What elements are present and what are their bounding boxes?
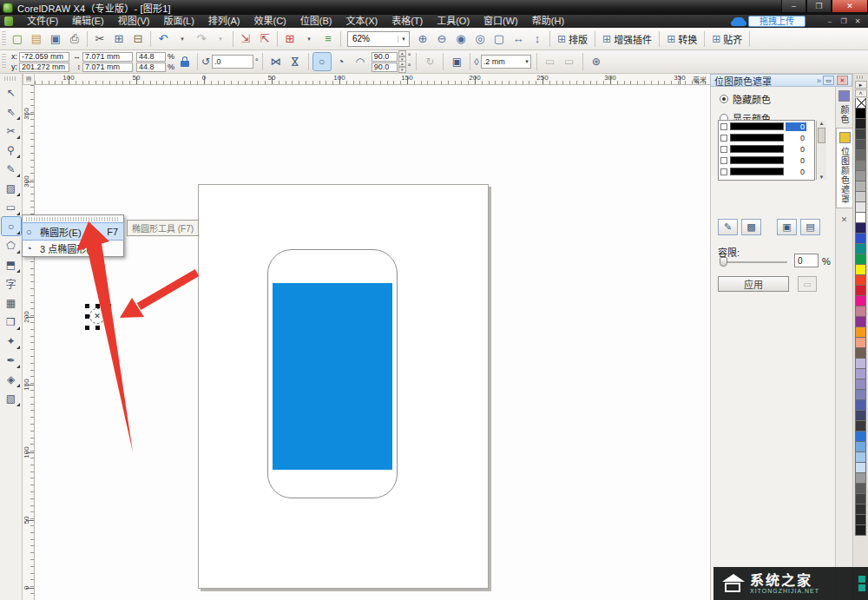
color-swatch[interactable] (855, 504, 866, 515)
table-tool[interactable]: ▦ (2, 293, 21, 312)
smart-fill-tool[interactable]: ▨ (2, 179, 21, 197)
vertical-ruler[interactable]: 350300250200150100500 (23, 85, 35, 600)
slider-thumb[interactable] (720, 257, 727, 267)
enhanced-plugins-button[interactable]: ⊞增强插件 (598, 30, 656, 48)
convert-button[interactable]: ⊞转换 (662, 30, 701, 48)
mask-checkbox[interactable] (720, 123, 727, 130)
change-direction-button[interactable]: ↻ (421, 53, 438, 70)
color-swatch[interactable] (855, 119, 866, 129)
zoom-selected-button[interactable]: ◉ (452, 30, 470, 48)
end-angle-field[interactable]: 90.0 (372, 63, 398, 72)
menu-item-bitmaps[interactable]: 位图(B) (293, 15, 339, 28)
ruler-origin-button[interactable]: ▤ (23, 74, 35, 85)
selection-handle[interactable] (85, 304, 89, 308)
polygon-tool[interactable]: ⬠ (2, 236, 21, 254)
hide-colors-radio[interactable]: 隐藏颜色 (720, 92, 835, 106)
mask-color-row[interactable]: 0 (719, 132, 814, 143)
mdi-restore-button[interactable]: ❐ (837, 16, 851, 27)
delete-mask-button[interactable]: ▭ (798, 276, 817, 292)
freehand-tool[interactable]: ✎ (2, 160, 21, 178)
color-swatch[interactable] (855, 202, 866, 213)
menu-item-tools[interactable]: 工具(O) (430, 15, 477, 28)
color-swatch[interactable] (855, 338, 866, 348)
drag-upload-button[interactable]: 拖拽上传 (748, 16, 806, 27)
launcher-options-button[interactable]: ▾ (300, 30, 318, 48)
print-button[interactable]: ⎙ (66, 30, 83, 48)
color-swatch[interactable] (855, 171, 866, 181)
color-swatch[interactable] (855, 161, 866, 171)
flyout-item-ellipse-3-point[interactable]: ◔3 点椭圆形(3) (23, 240, 123, 256)
paste-button[interactable]: ⊟ (129, 30, 147, 48)
color-swatch[interactable] (855, 452, 866, 463)
menu-item-file[interactable]: 文件(F) (20, 15, 65, 28)
pick-tool[interactable]: ↖ (2, 83, 21, 102)
zoom-in-button[interactable]: ⊕ (414, 30, 431, 48)
zoom-page-width-button[interactable]: ↔ (510, 30, 527, 48)
typesetting-button[interactable]: ⊞排版 (553, 30, 592, 48)
mask-checkbox[interactable] (720, 135, 727, 142)
text-tool[interactable]: 字 (2, 274, 21, 293)
selection-handle[interactable] (85, 314, 89, 319)
mask-checkbox[interactable] (720, 168, 727, 175)
color-swatch[interactable] (855, 265, 866, 275)
convert-outline-button[interactable]: ▭ (561, 53, 578, 70)
mask-color-row[interactable]: 0 (719, 166, 814, 177)
import-button[interactable]: ⇲ (237, 30, 254, 48)
spin-down-icon[interactable]: ▾ (398, 67, 406, 73)
new-document-button[interactable]: ▢ (9, 30, 26, 48)
menu-item-effects[interactable]: 效果(C) (247, 15, 293, 28)
mask-color-row[interactable]: 0 (719, 155, 814, 166)
tab-color-docker[interactable]: 颜色 (836, 87, 852, 128)
basic-shapes-tool[interactable]: ⬒ (2, 255, 21, 274)
color-swatch[interactable] (855, 223, 866, 234)
mask-color-row[interactable]: 0 (719, 143, 814, 155)
redo-options-button[interactable]: ▾ (212, 30, 229, 48)
object-properties-button[interactable]: ⊛ (588, 53, 605, 70)
color-swatch[interactable] (855, 129, 866, 140)
options-button[interactable]: ≡ (319, 30, 337, 48)
menu-item-help[interactable]: 帮助(H) (525, 15, 571, 28)
color-swatch[interactable] (855, 150, 866, 161)
scroll-down-icon[interactable]: ▼ (817, 175, 826, 180)
color-swatch[interactable] (855, 181, 866, 192)
mdi-minimize-button[interactable]: – (823, 16, 837, 27)
selection-handle[interactable] (107, 326, 111, 330)
snap-button[interactable]: ⊞贴齐 (707, 30, 746, 48)
outline-width-combo[interactable]: .2 mm ▾ (481, 55, 531, 69)
close-button[interactable]: ✕ (832, 0, 868, 13)
color-swatch[interactable] (855, 327, 866, 338)
apply-button[interactable]: 应用 (718, 276, 789, 292)
menu-item-arrange[interactable]: 排列(A) (201, 15, 247, 28)
color-swatch[interactable] (855, 484, 866, 494)
scroll-thumb[interactable] (818, 128, 825, 143)
maximize-button[interactable]: ❐ (806, 0, 832, 13)
horizontal-ruler[interactable]: 毫米 10050050100150200250300350 (35, 74, 710, 85)
interactive-fill-tool[interactable]: ▧ (2, 389, 21, 407)
color-picker-button[interactable]: ✎ (718, 219, 738, 235)
zoom-page-height-button[interactable]: ↕ (529, 30, 546, 48)
wrap-text-button[interactable]: ▣ (448, 53, 465, 70)
open-mask-button[interactable]: ▤ (800, 219, 820, 235)
chevron-down-icon[interactable]: ▾ (398, 36, 409, 43)
selection-handle[interactable] (95, 326, 100, 330)
blend-tool[interactable]: ❒ (2, 313, 21, 331)
zoom-page-button[interactable]: ▢ (490, 30, 508, 48)
spin-up-icon[interactable]: ▴ (398, 61, 406, 67)
zoom-all-objects-button[interactable]: ◎ (471, 30, 489, 48)
shape-tool[interactable]: ⇖ (2, 102, 21, 121)
scale-x-field[interactable]: 44.8 (136, 52, 166, 62)
y-position-field[interactable]: 201.272 mm (19, 63, 69, 72)
menu-item-text[interactable]: 文本(X) (339, 15, 385, 28)
lock-ratio-button[interactable] (178, 54, 192, 69)
export-button[interactable]: ⇱ (256, 30, 273, 48)
mask-color-row[interactable]: 0 (719, 121, 814, 132)
color-swatch[interactable] (855, 213, 866, 223)
selection-handle[interactable] (107, 314, 111, 319)
spin-up-icon[interactable]: ▴ (398, 50, 406, 56)
ellipse-tool[interactable]: ○ (2, 217, 21, 235)
color-swatch[interactable] (855, 140, 866, 150)
minimize-button[interactable]: – (781, 0, 806, 13)
color-swatch[interactable] (855, 411, 866, 421)
flyout-item-ellipse[interactable]: ○椭圆形(E)F7 (23, 223, 123, 240)
cut-button[interactable]: ✂ (91, 30, 108, 48)
